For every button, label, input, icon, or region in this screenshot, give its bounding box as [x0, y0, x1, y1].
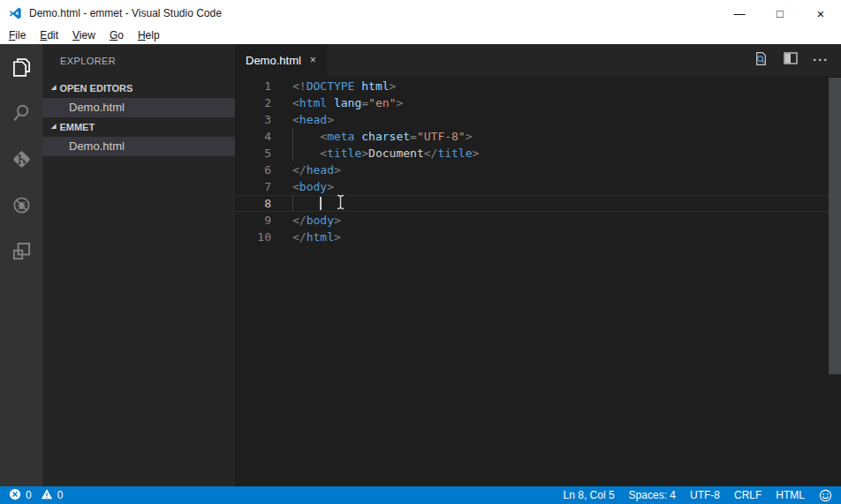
open-preview-icon[interactable] [754, 51, 769, 70]
errors-icon [9, 488, 21, 503]
encoding[interactable]: UTF-8 [690, 489, 720, 501]
file-label: Demo.html [69, 139, 125, 153]
code-line-8[interactable]: 8 [235, 195, 841, 212]
tree-item-demo[interactable]: Demo.html [42, 137, 235, 156]
line-number: 6 [235, 162, 271, 178]
minimize-button[interactable]: — [719, 0, 760, 26]
tab-bar: Demo.html × [235, 44, 841, 76]
code-line-1[interactable]: 1<!DOCTYPE html> [235, 78, 841, 94]
status-bar: 0 0 Ln 8, Col 5 Spaces: 4 UTF-8 CRLF HTM… [0, 486, 841, 504]
line-number: 3 [235, 111, 271, 128]
text-caret [320, 197, 322, 210]
vertical-scrollbar[interactable] [829, 76, 841, 486]
line-number: 2 [235, 94, 271, 111]
line-number: 4 [235, 128, 271, 145]
line-number: 8 [235, 195, 271, 212]
activity-bar [0, 44, 42, 486]
indentation[interactable]: Spaces: 4 [629, 489, 676, 501]
section-label: EMMET [59, 117, 95, 137]
section-label: OPEN EDITORS [59, 79, 133, 98]
problems-indicator[interactable]: 0 0 [0, 488, 63, 503]
tab-label: Demo.html [246, 54, 301, 67]
close-button[interactable]: × [800, 0, 841, 26]
code-editor[interactable]: 1<!DOCTYPE html>2<html lang="en">3<head>… [235, 76, 841, 486]
window-title: Demo.html - emmet - Visual Studio Code [29, 7, 222, 19]
code-line-5[interactable]: 5 <title>Document</title> [235, 145, 841, 162]
source-control-icon[interactable] [0, 136, 42, 182]
more-actions-icon[interactable]: ··· [813, 56, 829, 64]
code-line-2[interactable]: 2<html lang="en"> [235, 94, 841, 111]
editor-group: Demo.html × [235, 44, 841, 486]
line-number: 1 [235, 78, 271, 94]
title-bar: Demo.html - emmet - Visual Studio Code —… [0, 0, 841, 26]
eol-sequence[interactable]: CRLF [734, 489, 761, 501]
feedback-smiley-icon[interactable] [819, 489, 832, 502]
search-icon[interactable] [0, 90, 42, 136]
line-number: 9 [235, 212, 271, 229]
debug-icon[interactable] [0, 182, 42, 228]
line-number: 5 [235, 145, 271, 162]
line-number: 10 [235, 229, 271, 245]
scrollbar-slider[interactable] [829, 78, 841, 374]
code-line-6[interactable]: 6</head> [235, 162, 841, 178]
vscode-window: Demo.html - emmet - Visual Studio Code —… [0, 0, 841, 504]
tab-demo-html[interactable]: Demo.html × [235, 44, 327, 76]
vscode-logo-icon [8, 6, 22, 20]
explorer-panel: EXPLORER ◢ OPEN EDITORS Demo.html ◢ EMME… [42, 44, 235, 486]
menu-bar: File Edit View Go Help [0, 26, 841, 44]
split-editor-icon[interactable] [784, 52, 798, 68]
twistie-icon: ◢ [51, 78, 56, 97]
code-lines: 1<!DOCTYPE html>2<html lang="en">3<head>… [235, 78, 841, 245]
language-mode[interactable]: HTML [776, 489, 805, 501]
twistie-icon: ◢ [51, 117, 56, 136]
menu-edit[interactable]: Edit [33, 26, 65, 44]
section-emmet-folder[interactable]: ◢ EMMET [42, 117, 235, 137]
warnings-count: 0 [57, 489, 64, 501]
warnings-icon [41, 488, 53, 503]
code-line-3[interactable]: 3<head> [235, 111, 841, 128]
line-number: 7 [235, 178, 271, 195]
open-editor-item-demo[interactable]: Demo.html [42, 98, 235, 117]
sidebar-title: EXPLORER [42, 44, 235, 79]
menu-file[interactable]: File [2, 26, 33, 44]
maximize-button[interactable]: □ [760, 0, 800, 26]
errors-count: 0 [26, 489, 32, 501]
mouse-cursor-ibeam [336, 194, 345, 213]
menu-view[interactable]: View [65, 26, 102, 44]
tab-close-icon[interactable]: × [310, 55, 316, 65]
extensions-icon[interactable] [0, 228, 42, 274]
menu-help[interactable]: Help [131, 26, 167, 44]
section-open-editors[interactable]: ◢ OPEN EDITORS [42, 79, 235, 98]
menu-go[interactable]: Go [102, 26, 131, 44]
explorer-icon[interactable] [0, 44, 42, 90]
code-line-9[interactable]: 9</body> [235, 212, 841, 229]
code-line-4[interactable]: 4 <meta charset="UTF-8"> [235, 128, 841, 145]
code-line-7[interactable]: 7<body> [235, 178, 841, 195]
file-label: Demo.html [69, 101, 125, 114]
code-line-10[interactable]: 10</html> [235, 229, 841, 245]
cursor-position[interactable]: Ln 8, Col 5 [564, 489, 615, 501]
